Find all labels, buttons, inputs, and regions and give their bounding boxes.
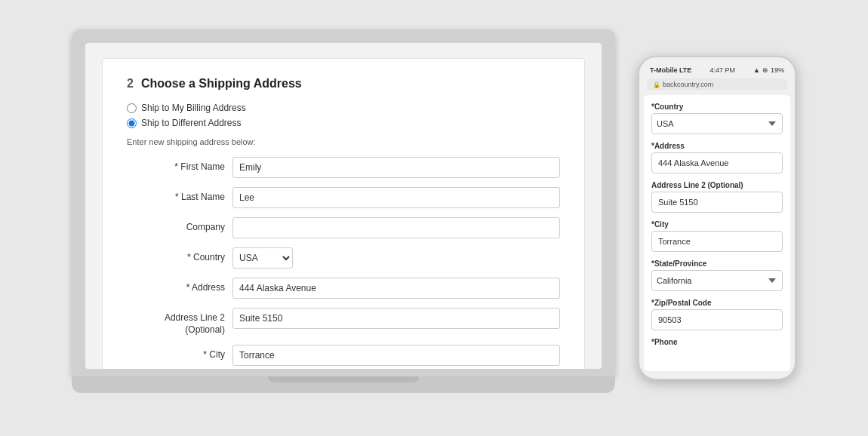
- lock-icon: 🔒: [653, 81, 660, 88]
- mobile-field-state: *State/Province California New York Texa…: [651, 259, 783, 291]
- section-header: 2 Choose a Shipping Address: [127, 77, 560, 91]
- battery-text: 19%: [771, 66, 784, 74]
- label-lastname: * Last Name: [127, 187, 225, 202]
- form-row-company: Company: [127, 217, 560, 238]
- laptop-device: 2 Choose a Shipping Address Ship to My B…: [72, 29, 615, 407]
- wifi-icon: ⊕: [762, 66, 768, 74]
- laptop-screen: 2 Choose a Shipping Address Ship to My B…: [72, 29, 615, 376]
- mobile-field-phone: *Phone: [651, 338, 783, 346]
- form-row-firstname: * First Name: [127, 157, 560, 178]
- mobile-select-country[interactable]: USA Canada UK: [651, 113, 783, 134]
- mobile-label-state: *State/Province: [651, 259, 783, 268]
- mobile-label-city: *City: [651, 220, 783, 229]
- mobile-field-address2: Address Line 2 (Optional): [651, 181, 783, 213]
- sub-label-text: Enter new shipping address below:: [127, 137, 560, 146]
- radio-billing-label[interactable]: Ship to My Billing Address: [127, 103, 560, 113]
- carrier-text: T-Mobile LTE: [650, 66, 691, 74]
- input-lastname[interactable]: [232, 187, 560, 208]
- mobile-phone-device: T-Mobile LTE 4:47 PM ▲ ⊕ 19% 🔒 backcount…: [638, 56, 796, 380]
- select-country[interactable]: USA Canada UK: [232, 247, 293, 269]
- laptop-base: [72, 376, 615, 393]
- label-city: * City: [127, 345, 225, 360]
- section-title-text: Choose a Shipping Address: [141, 77, 302, 91]
- input-firstname[interactable]: [232, 157, 560, 178]
- section-number: 2: [127, 77, 134, 91]
- mobile-label-zip: *Zip/Postal Code: [651, 299, 783, 307]
- form-row-country: * Country USA Canada UK: [127, 247, 560, 269]
- mobile-label-country: *Country: [651, 103, 783, 111]
- mobile-field-city: *City: [651, 220, 783, 252]
- form-row-address: * Address: [127, 278, 560, 299]
- mobile-label-address2: Address Line 2 (Optional): [651, 181, 783, 189]
- url-bar[interactable]: 🔒 backcountry.com: [647, 78, 787, 91]
- mobile-input-address[interactable]: [651, 152, 783, 173]
- form-row-address2: Address Line 2(Optional): [127, 308, 560, 336]
- mobile-input-zip[interactable]: [651, 309, 783, 330]
- radio-billing-text: Ship to My Billing Address: [141, 103, 246, 113]
- mobile-input-address2[interactable]: [651, 192, 783, 213]
- label-firstname: * First Name: [127, 157, 225, 172]
- input-city[interactable]: [232, 345, 560, 366]
- time-text: 4:47 PM: [709, 66, 735, 74]
- shipping-form-card: 2 Choose a Shipping Address Ship to My B…: [102, 58, 585, 369]
- input-company[interactable]: [232, 217, 560, 238]
- laptop-content: 2 Choose a Shipping Address Ship to My B…: [85, 43, 602, 369]
- radio-different-label[interactable]: Ship to Different Address: [127, 118, 560, 128]
- mobile-field-zip: *Zip/Postal Code: [651, 299, 783, 330]
- label-country: * Country: [127, 247, 225, 263]
- radio-billing[interactable]: [127, 103, 137, 113]
- mobile-select-state[interactable]: California New York Texas: [651, 270, 783, 291]
- mobile-label-address: *Address: [651, 142, 783, 150]
- form-row-lastname: * Last Name: [127, 187, 560, 208]
- label-address2: Address Line 2(Optional): [127, 308, 225, 336]
- mobile-label-phone: *Phone: [651, 338, 783, 346]
- radio-different[interactable]: [127, 118, 137, 128]
- signal-icon: ▲: [753, 66, 760, 74]
- mobile-field-country: *Country USA Canada UK: [651, 103, 783, 134]
- mobile-field-address: *Address: [651, 142, 783, 173]
- phone-outer: T-Mobile LTE 4:47 PM ▲ ⊕ 19% 🔒 backcount…: [638, 56, 796, 380]
- form-row-city: * City: [127, 345, 560, 366]
- input-address[interactable]: [232, 278, 560, 299]
- input-address2[interactable]: [232, 308, 560, 329]
- mobile-input-city[interactable]: [651, 231, 783, 252]
- label-address: * Address: [127, 278, 225, 293]
- phone-content: *Country USA Canada UK *Address Address …: [644, 95, 790, 371]
- label-company: Company: [127, 217, 225, 232]
- status-icons: ▲ ⊕ 19%: [753, 66, 784, 74]
- radio-different-text: Ship to Different Address: [141, 118, 242, 128]
- phone-status-bar: T-Mobile LTE 4:47 PM ▲ ⊕ 19%: [644, 65, 790, 75]
- shipping-options: Ship to My Billing Address Ship to Diffe…: [127, 103, 560, 128]
- url-text: backcountry.com: [663, 81, 713, 88]
